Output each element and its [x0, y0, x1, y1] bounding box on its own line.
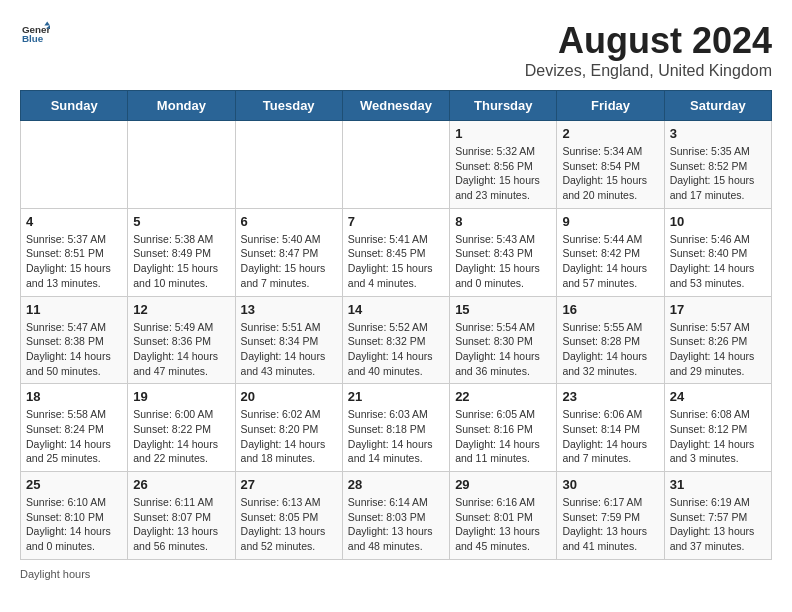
day-info: Sunrise: 5:58 AM Sunset: 8:24 PM Dayligh…: [26, 407, 122, 466]
calendar-cell: 13Sunrise: 5:51 AM Sunset: 8:34 PM Dayli…: [235, 296, 342, 384]
calendar-cell: 1Sunrise: 5:32 AM Sunset: 8:56 PM Daylig…: [450, 121, 557, 209]
day-info: Sunrise: 6:10 AM Sunset: 8:10 PM Dayligh…: [26, 495, 122, 554]
calendar-cell: 28Sunrise: 6:14 AM Sunset: 8:03 PM Dayli…: [342, 472, 449, 560]
day-info: Sunrise: 5:35 AM Sunset: 8:52 PM Dayligh…: [670, 144, 766, 203]
day-number: 6: [241, 214, 337, 229]
week-row-3: 11Sunrise: 5:47 AM Sunset: 8:38 PM Dayli…: [21, 296, 772, 384]
calendar-cell: 19Sunrise: 6:00 AM Sunset: 8:22 PM Dayli…: [128, 384, 235, 472]
day-info: Sunrise: 5:34 AM Sunset: 8:54 PM Dayligh…: [562, 144, 658, 203]
day-number: 18: [26, 389, 122, 404]
day-info: Sunrise: 5:46 AM Sunset: 8:40 PM Dayligh…: [670, 232, 766, 291]
day-info: Sunrise: 5:51 AM Sunset: 8:34 PM Dayligh…: [241, 320, 337, 379]
day-number: 31: [670, 477, 766, 492]
day-number: 7: [348, 214, 444, 229]
day-info: Sunrise: 5:49 AM Sunset: 8:36 PM Dayligh…: [133, 320, 229, 379]
day-info: Sunrise: 6:02 AM Sunset: 8:20 PM Dayligh…: [241, 407, 337, 466]
day-info: Sunrise: 5:57 AM Sunset: 8:26 PM Dayligh…: [670, 320, 766, 379]
logo-icon: General Blue: [22, 20, 50, 48]
day-info: Sunrise: 6:14 AM Sunset: 8:03 PM Dayligh…: [348, 495, 444, 554]
calendar-cell: 3Sunrise: 5:35 AM Sunset: 8:52 PM Daylig…: [664, 121, 771, 209]
week-row-2: 4Sunrise: 5:37 AM Sunset: 8:51 PM Daylig…: [21, 208, 772, 296]
day-number: 16: [562, 302, 658, 317]
calendar-cell: 27Sunrise: 6:13 AM Sunset: 8:05 PM Dayli…: [235, 472, 342, 560]
calendar-cell: 8Sunrise: 5:43 AM Sunset: 8:43 PM Daylig…: [450, 208, 557, 296]
day-number: 4: [26, 214, 122, 229]
header-day-friday: Friday: [557, 91, 664, 121]
header-day-wednesday: Wednesday: [342, 91, 449, 121]
day-info: Sunrise: 6:08 AM Sunset: 8:12 PM Dayligh…: [670, 407, 766, 466]
calendar-cell: 12Sunrise: 5:49 AM Sunset: 8:36 PM Dayli…: [128, 296, 235, 384]
header-day-sunday: Sunday: [21, 91, 128, 121]
week-row-4: 18Sunrise: 5:58 AM Sunset: 8:24 PM Dayli…: [21, 384, 772, 472]
calendar-cell: 21Sunrise: 6:03 AM Sunset: 8:18 PM Dayli…: [342, 384, 449, 472]
calendar-cell: 20Sunrise: 6:02 AM Sunset: 8:20 PM Dayli…: [235, 384, 342, 472]
day-info: Sunrise: 6:17 AM Sunset: 7:59 PM Dayligh…: [562, 495, 658, 554]
day-number: 25: [26, 477, 122, 492]
calendar-cell: 26Sunrise: 6:11 AM Sunset: 8:07 PM Dayli…: [128, 472, 235, 560]
day-number: 19: [133, 389, 229, 404]
day-info: Sunrise: 5:38 AM Sunset: 8:49 PM Dayligh…: [133, 232, 229, 291]
day-info: Sunrise: 5:37 AM Sunset: 8:51 PM Dayligh…: [26, 232, 122, 291]
day-info: Sunrise: 5:43 AM Sunset: 8:43 PM Dayligh…: [455, 232, 551, 291]
day-info: Sunrise: 5:54 AM Sunset: 8:30 PM Dayligh…: [455, 320, 551, 379]
svg-text:Blue: Blue: [22, 33, 44, 44]
day-info: Sunrise: 5:55 AM Sunset: 8:28 PM Dayligh…: [562, 320, 658, 379]
calendar-cell: 16Sunrise: 5:55 AM Sunset: 8:28 PM Dayli…: [557, 296, 664, 384]
calendar-cell: 22Sunrise: 6:05 AM Sunset: 8:16 PM Dayli…: [450, 384, 557, 472]
calendar-body: 1Sunrise: 5:32 AM Sunset: 8:56 PM Daylig…: [21, 121, 772, 560]
day-number: 9: [562, 214, 658, 229]
day-number: 26: [133, 477, 229, 492]
calendar-cell: [128, 121, 235, 209]
day-number: 14: [348, 302, 444, 317]
header-day-saturday: Saturday: [664, 91, 771, 121]
day-number: 13: [241, 302, 337, 317]
day-info: Sunrise: 6:00 AM Sunset: 8:22 PM Dayligh…: [133, 407, 229, 466]
day-number: 24: [670, 389, 766, 404]
calendar-cell: 25Sunrise: 6:10 AM Sunset: 8:10 PM Dayli…: [21, 472, 128, 560]
calendar-cell: [342, 121, 449, 209]
calendar-cell: 24Sunrise: 6:08 AM Sunset: 8:12 PM Dayli…: [664, 384, 771, 472]
calendar-cell: 23Sunrise: 6:06 AM Sunset: 8:14 PM Dayli…: [557, 384, 664, 472]
day-info: Sunrise: 6:11 AM Sunset: 8:07 PM Dayligh…: [133, 495, 229, 554]
day-number: 22: [455, 389, 551, 404]
day-info: Sunrise: 5:44 AM Sunset: 8:42 PM Dayligh…: [562, 232, 658, 291]
calendar-cell: 2Sunrise: 5:34 AM Sunset: 8:54 PM Daylig…: [557, 121, 664, 209]
week-row-1: 1Sunrise: 5:32 AM Sunset: 8:56 PM Daylig…: [21, 121, 772, 209]
calendar-cell: [235, 121, 342, 209]
day-info: Sunrise: 5:40 AM Sunset: 8:47 PM Dayligh…: [241, 232, 337, 291]
day-info: Sunrise: 6:13 AM Sunset: 8:05 PM Dayligh…: [241, 495, 337, 554]
day-info: Sunrise: 6:05 AM Sunset: 8:16 PM Dayligh…: [455, 407, 551, 466]
calendar-cell: 7Sunrise: 5:41 AM Sunset: 8:45 PM Daylig…: [342, 208, 449, 296]
calendar-cell: 30Sunrise: 6:17 AM Sunset: 7:59 PM Dayli…: [557, 472, 664, 560]
day-number: 1: [455, 126, 551, 141]
calendar-cell: 15Sunrise: 5:54 AM Sunset: 8:30 PM Dayli…: [450, 296, 557, 384]
day-number: 10: [670, 214, 766, 229]
week-row-5: 25Sunrise: 6:10 AM Sunset: 8:10 PM Dayli…: [21, 472, 772, 560]
day-number: 17: [670, 302, 766, 317]
calendar-cell: 6Sunrise: 5:40 AM Sunset: 8:47 PM Daylig…: [235, 208, 342, 296]
day-number: 21: [348, 389, 444, 404]
day-number: 23: [562, 389, 658, 404]
day-info: Sunrise: 6:19 AM Sunset: 7:57 PM Dayligh…: [670, 495, 766, 554]
day-info: Sunrise: 5:32 AM Sunset: 8:56 PM Dayligh…: [455, 144, 551, 203]
calendar-cell: 4Sunrise: 5:37 AM Sunset: 8:51 PM Daylig…: [21, 208, 128, 296]
calendar-cell: [21, 121, 128, 209]
calendar-header: SundayMondayTuesdayWednesdayThursdayFrid…: [21, 91, 772, 121]
day-number: 29: [455, 477, 551, 492]
day-info: Sunrise: 5:52 AM Sunset: 8:32 PM Dayligh…: [348, 320, 444, 379]
day-number: 30: [562, 477, 658, 492]
calendar-title: August 2024: [525, 20, 772, 62]
calendar-cell: 31Sunrise: 6:19 AM Sunset: 7:57 PM Dayli…: [664, 472, 771, 560]
day-number: 15: [455, 302, 551, 317]
day-info: Sunrise: 5:47 AM Sunset: 8:38 PM Dayligh…: [26, 320, 122, 379]
calendar-cell: 17Sunrise: 5:57 AM Sunset: 8:26 PM Dayli…: [664, 296, 771, 384]
day-info: Sunrise: 6:06 AM Sunset: 8:14 PM Dayligh…: [562, 407, 658, 466]
day-number: 12: [133, 302, 229, 317]
calendar-cell: 9Sunrise: 5:44 AM Sunset: 8:42 PM Daylig…: [557, 208, 664, 296]
calendar-table: SundayMondayTuesdayWednesdayThursdayFrid…: [20, 90, 772, 560]
calendar-cell: 5Sunrise: 5:38 AM Sunset: 8:49 PM Daylig…: [128, 208, 235, 296]
day-number: 5: [133, 214, 229, 229]
header: General Blue August 2024 Devizes, Englan…: [20, 20, 772, 80]
calendar-cell: 18Sunrise: 5:58 AM Sunset: 8:24 PM Dayli…: [21, 384, 128, 472]
day-number: 8: [455, 214, 551, 229]
